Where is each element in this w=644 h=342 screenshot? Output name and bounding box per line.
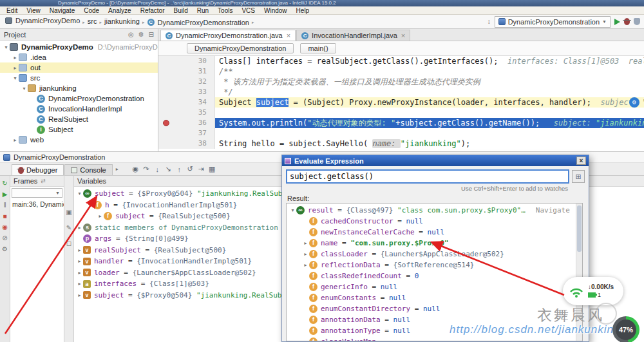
project-tree-item[interactable]: CDynamicProxyDemonstration [0, 93, 158, 104]
line-number[interactable]: 37 [158, 128, 215, 138]
menu-vcs[interactable]: VCS [237, 7, 260, 14]
force-step-into-icon[interactable]: ↘ [163, 165, 174, 173]
editor-breadcrumb-chip[interactable]: main() [300, 43, 336, 53]
step-over-icon[interactable]: ↷ [141, 165, 152, 173]
project-tree-item[interactable]: ISubject [0, 124, 158, 135]
line-number[interactable]: 31 [158, 66, 215, 77]
settings-gear-icon[interactable]: ⚙ [138, 31, 144, 38]
pause-icon[interactable]: ‖ [3, 202, 6, 209]
project-tree-item[interactable]: ▸out [0, 62, 158, 73]
edit-value-icon[interactable]: ✎ [66, 225, 71, 231]
tab-overflow-icon[interactable]: ▸ [113, 166, 121, 172]
locate-icon[interactable]: ◎ [128, 31, 134, 38]
dialog-titlebar[interactable]: Evaluate Expression × [282, 155, 589, 166]
tree-arrow-icon[interactable]: ▸ [12, 65, 19, 71]
expand-arrow-icon[interactable]: ▸ [302, 251, 309, 257]
synchronize-icon[interactable]: ↕ [488, 18, 491, 25]
debug-tab-debugger[interactable]: Debugger [12, 164, 64, 175]
variable-row[interactable]: fenumConstants = null [287, 292, 582, 303]
menu-help[interactable]: Help [292, 7, 314, 14]
project-tree-item[interactable]: ▾src [0, 73, 158, 83]
tree-arrow-icon[interactable]: ▾ [12, 75, 19, 81]
line-number[interactable]: 30 [158, 56, 215, 66]
editor-tab[interactable]: CDynamicProxyDemonstration.java× [160, 30, 296, 41]
step-out-icon[interactable]: ↑ [174, 166, 185, 173]
expand-arrow-icon[interactable]: ▾ [76, 191, 83, 196]
breadcrumb-item[interactable]: src [86, 17, 99, 25]
code-area[interactable]: 30Class[] interfaces = realSubject.getCl… [158, 56, 644, 151]
project-tree-item[interactable]: CRealSubject [0, 114, 158, 124]
menu-window[interactable]: Window [260, 7, 292, 14]
code-line[interactable]: 36System.out.println("动态代理对象的类型: "+subje… [158, 118, 644, 128]
code-line[interactable]: 35 [158, 108, 644, 118]
expression-input[interactable] [286, 169, 569, 184]
tree-arrow-icon[interactable]: ▾ [21, 86, 28, 91]
breadcrumb-item[interactable]: CDynamicProxyDemonstration [146, 19, 251, 26]
resume-icon[interactable]: ▶ [3, 191, 8, 198]
expand-arrow-icon[interactable]: ▸ [76, 258, 83, 264]
line-number[interactable]: 32 [158, 77, 215, 87]
mute-breakpoints-icon[interactable]: ⊘ [2, 235, 7, 242]
run-to-cursor-icon[interactable]: ⇥ [196, 165, 207, 173]
frame-item[interactable]: main:36, DynamicProxyDemonstration [10, 199, 64, 209]
tree-arrow-icon[interactable]: ▸ [12, 55, 19, 61]
code-line[interactable]: 31/** [158, 66, 644, 77]
line-number[interactable]: 33 [158, 87, 215, 97]
variable-row[interactable]: fclassValueMap = [287, 336, 582, 341]
variable-row[interactable]: fclassRedefinedCount = 0 [287, 271, 582, 281]
project-tree-item[interactable]: ▸.idea [0, 52, 158, 62]
variable-row[interactable]: fnewInstanceCallerCache = null [287, 227, 582, 238]
menu-analyze[interactable]: Analyze [104, 7, 136, 14]
close-icon[interactable]: × [576, 157, 586, 165]
step-into-icon[interactable]: ↓ [152, 166, 163, 173]
stop-icon[interactable]: ■ [3, 213, 6, 220]
show-execution-point-icon[interactable]: ◉ [130, 165, 141, 173]
code-line[interactable]: 32 * 该方法用于为指定类装载器、一组接口及调用处理器生成动态代理类实例 [158, 77, 644, 87]
thread-selector[interactable]: ▼ [12, 188, 62, 198]
expand-arrow-icon[interactable]: ▸ [97, 213, 104, 219]
expand-arrow-icon[interactable]: ▸ [76, 225, 83, 231]
code-line[interactable]: 30Class[] interfaces = realSubject.getCl… [158, 56, 644, 66]
menu-tools[interactable]: Tools [213, 7, 237, 14]
run-button[interactable] [614, 19, 620, 25]
line-number[interactable]: 35 [158, 108, 215, 118]
close-icon[interactable]: × [287, 32, 290, 39]
collapse-all-icon[interactable]: ⊟ [149, 31, 154, 38]
frames-history-icon[interactable]: ⇄ [41, 178, 46, 184]
debug-tab-console[interactable]: Console [64, 164, 112, 175]
rerun-icon[interactable]: ↻ [2, 180, 7, 187]
evaluate-expression-icon[interactable]: ▦ [207, 165, 218, 173]
settings-gear-icon[interactable]: ⚙ [2, 246, 8, 252]
copy-icon[interactable]: ▣ [66, 209, 71, 216]
debug-button[interactable] [624, 18, 630, 25]
code-line[interactable]: 38String hello = subject.SayHello( name:… [158, 138, 644, 149]
variable-row[interactable]: fgenericInfo = null [287, 281, 582, 292]
expand-arrow-icon[interactable]: ▸ [302, 262, 309, 268]
inline-settings-icon[interactable]: ⚙ [629, 97, 639, 108]
project-tree-item[interactable]: ▾DynamicProxyDemoD:\DynamicProxyDemo [0, 42, 158, 52]
close-icon[interactable]: × [401, 32, 405, 39]
expand-arrow-icon[interactable]: ▾ [289, 207, 296, 213]
run-configuration-select[interactable]: DynamicProxyDemonstration ▼ [495, 16, 611, 28]
variable-row[interactable]: ▸fclassLoader = {Launcher$AppClassLoader… [287, 249, 582, 260]
menu-build[interactable]: Build [169, 7, 192, 14]
scrollbar-thumb[interactable] [577, 205, 582, 252]
line-number[interactable]: 36 [158, 118, 215, 128]
tree-arrow-icon[interactable]: ▸ [12, 137, 19, 143]
tree-arrow-icon[interactable]: ▾ [3, 44, 10, 50]
menu-edit[interactable]: Edit [2, 7, 22, 14]
breadcrumb-item[interactable]: DynamicProxyDemo [4, 17, 81, 24]
variable-row[interactable]: ▾∞result = {Class@497} "class com.sun.pr… [287, 205, 582, 216]
variable-row[interactable]: ▸fname = "com.sun.proxy.$Proxy0" [287, 238, 582, 249]
menu-refactor[interactable]: Refactor [136, 7, 169, 14]
project-tree-item[interactable]: ▾jiankunking [0, 83, 158, 93]
breakpoint-icon[interactable] [163, 120, 169, 126]
coverage-button[interactable] [634, 18, 640, 25]
add-watch-icon[interactable]: ◻ [66, 240, 71, 247]
menu-view[interactable]: View [22, 7, 45, 14]
menu-code[interactable]: Code [79, 7, 104, 14]
expand-editor-button[interactable]: ⊞ [572, 170, 585, 183]
variable-row[interactable]: fcachedConstructor = null [287, 216, 582, 227]
expand-arrow-icon[interactable]: ▸ [302, 240, 309, 246]
breadcrumb-item[interactable]: jiankunking [103, 17, 141, 25]
